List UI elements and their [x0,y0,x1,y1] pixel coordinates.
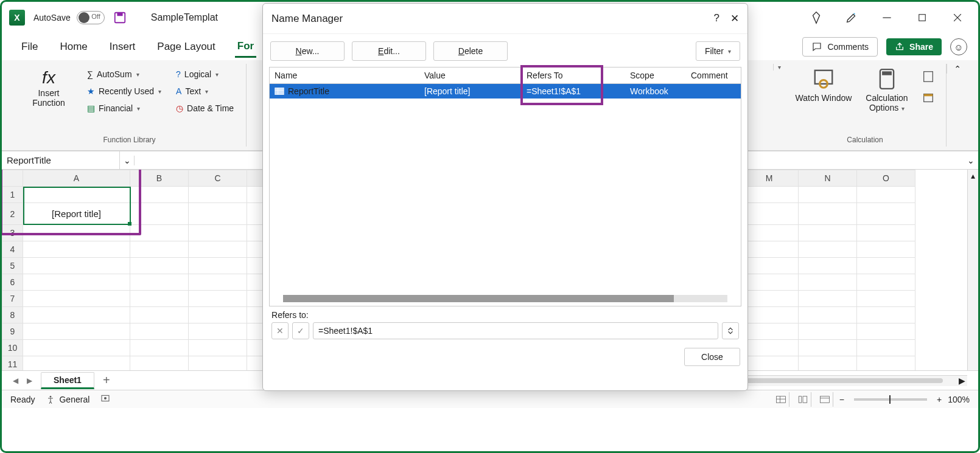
tab-insert[interactable]: Insert [107,37,138,57]
hscroll-right[interactable]: ▶ [956,376,967,386]
row-header-11[interactable]: 11 [2,356,23,371]
col-header-c[interactable]: C [189,170,247,187]
svg-point-15 [104,397,107,399]
svg-rect-16 [777,396,786,403]
macro-record-icon[interactable] [100,393,110,405]
money-icon: ▤ [87,103,95,113]
minimize-button[interactable] [873,5,900,30]
col-header-m[interactable]: M [740,170,799,187]
range-picker-button[interactable] [722,322,739,339]
svg-rect-10 [924,72,933,82]
titlebar-pen-icon[interactable] [838,5,865,30]
comments-button[interactable]: Comments [802,37,878,57]
hdr-scope[interactable]: Scope [625,67,686,83]
autosave[interactable]: AutoSave Off [33,11,105,24]
col-header-o[interactable]: O [857,170,915,187]
feedback-smile-icon[interactable]: ☺ [950,38,967,55]
name-box-dropdown[interactable]: ⌄ [120,156,135,165]
row-header-2[interactable]: 2 [2,203,23,225]
svg-point-13 [50,396,52,398]
recently-used-button[interactable]: ★Recently Used▾ [86,85,163,98]
ribbon-tabs: File Home Insert Page Layout For [2,33,273,60]
calc-sheet-icon[interactable] [922,91,935,106]
new-name-button[interactable]: New... [270,41,345,61]
name-item-icon [275,87,284,95]
accessibility-indicator[interactable]: General [46,395,89,404]
calc-now-icon[interactable] [922,70,935,85]
cell-a1-value[interactable]: [Report title] [23,203,130,225]
row-header-6[interactable]: 6 [2,274,23,291]
view-normal-button[interactable] [774,392,789,407]
refers-confirm-button[interactable]: ✓ [292,322,309,339]
tab-home[interactable]: Home [57,37,89,57]
name-box[interactable]: ReportTitle [2,151,120,170]
name-row-selected[interactable]: ReportTitle [Report title] =Sheet1!$A$1 … [270,84,741,99]
scroll-up-icon[interactable]: ▴ [970,170,976,182]
dialog-close-button[interactable]: Close [684,348,740,366]
col-header-n[interactable]: N [799,170,857,187]
refers-cancel-button[interactable]: ✕ [271,322,289,339]
close-window-button[interactable] [944,5,971,30]
row-header-1[interactable]: 1 [2,187,23,203]
row-header-10[interactable]: 10 [2,340,23,356]
insert-function-button[interactable]: fx Insert Function [24,67,74,115]
titlebar-diamond-icon[interactable] [803,5,830,30]
svg-rect-20 [803,396,807,403]
calculation-options-button[interactable]: Calculation Options ▾ [858,67,915,112]
financial-button[interactable]: ▤Financial▾ [86,102,163,115]
hdr-comment[interactable]: Comment [686,67,735,83]
svg-rect-1 [117,13,122,16]
logical-button[interactable]: ?Logical▾ [175,67,235,81]
sheet-nav-next[interactable]: ▶ [27,376,32,385]
zoom-in-button[interactable]: + [937,395,942,404]
maximize-button[interactable] [909,5,936,30]
view-page-layout-button[interactable] [796,392,811,407]
edit-name-button[interactable]: Edit... [352,41,426,61]
hdr-name[interactable]: Name [270,67,419,83]
filter-button[interactable]: Filter ▾ [696,41,740,61]
autosave-label: AutoSave [33,13,71,22]
view-page-break-button[interactable] [817,392,833,407]
svg-rect-9 [882,71,892,75]
add-sheet-button[interactable]: + [103,373,110,387]
delete-name-button[interactable]: Delete [433,41,508,61]
ribbon-overflow-button[interactable]: ▾ [773,64,784,71]
col-header-b[interactable]: B [130,170,189,187]
refers-to-input[interactable] [313,322,718,339]
row-header-4[interactable]: 4 [2,241,23,258]
row-header-9[interactable]: 9 [2,323,23,340]
question-icon: ? [176,69,181,79]
dialog-close-x[interactable]: ✕ [730,12,739,25]
formula-bar-expand[interactable]: ⌄ [964,156,978,165]
dialog-help-button[interactable]: ? [714,12,719,25]
row-header-3[interactable]: 3 [2,225,23,241]
select-all-corner[interactable] [2,170,23,187]
tab-formulas[interactable]: For [235,36,256,58]
col-header-a[interactable]: A [23,170,130,187]
hdr-refersto[interactable]: Refers To [522,67,625,83]
row-header-5[interactable]: 5 [2,258,23,274]
zoom-level[interactable]: 100% [948,395,970,404]
autosum-button[interactable]: ∑AutoSum▾ [86,67,163,81]
zoom-out-button[interactable]: − [839,395,844,404]
watch-window-button[interactable]: Watch Window [795,67,852,103]
date-time-button[interactable]: ◷Date & Time [175,102,235,115]
tab-file[interactable]: File [19,37,40,57]
text-button[interactable]: AText▾ [175,85,235,98]
hdr-value[interactable]: Value [419,67,522,83]
zoom-slider[interactable] [854,398,927,401]
sheet-tab-sheet1[interactable]: Sheet1 [41,372,94,389]
tab-page-layout[interactable]: Page Layout [155,37,217,57]
row-header-8[interactable]: 8 [2,307,23,323]
ribbon-collapse-button[interactable]: ⌄ [947,64,967,74]
autosave-toggle[interactable]: Off [77,11,105,24]
name-list-header[interactable]: Name Value Refers To Scope Comment [270,67,741,84]
name-list-hscroll[interactable] [283,295,727,302]
vertical-scrollbar[interactable]: ▴ [967,170,978,370]
sheet-nav-prev[interactable]: ◀ [13,376,18,385]
clock-icon: ◷ [176,103,183,113]
save-icon[interactable] [113,11,127,24]
share-button[interactable]: Share [886,38,942,55]
name-list[interactable]: Name Value Refers To Scope Comment Repor… [269,67,741,306]
row-header-7[interactable]: 7 [2,291,23,307]
